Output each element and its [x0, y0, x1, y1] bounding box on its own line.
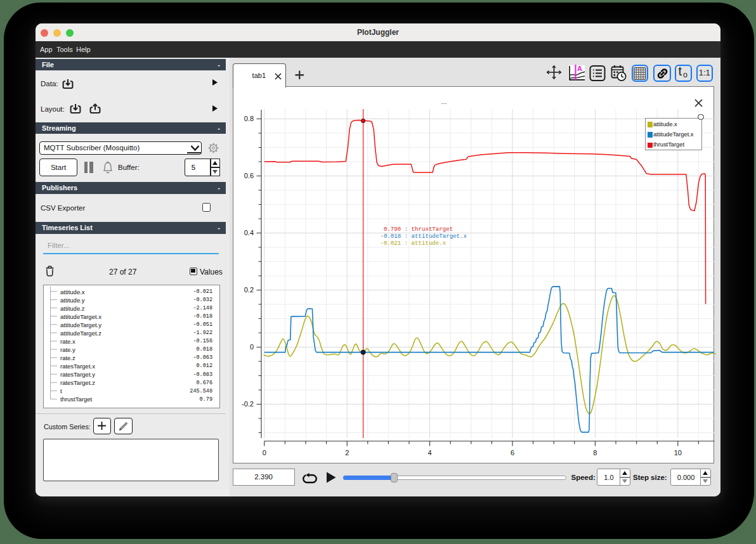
- svg-text:-0.2: -0.2: [242, 400, 254, 408]
- svg-text:10: 10: [674, 448, 682, 456]
- svg-text:2: 2: [345, 448, 349, 456]
- svg-text:A: A: [577, 65, 582, 72]
- svg-text:0.2: 0.2: [244, 286, 254, 294]
- svg-text:0.8: 0.8: [244, 115, 254, 122]
- svg-text:0.6: 0.6: [244, 172, 254, 179]
- svg-text:0: 0: [250, 343, 254, 351]
- svg-text:0.4: 0.4: [244, 229, 254, 236]
- svg-text:8: 8: [593, 448, 597, 456]
- svg-text:6: 6: [511, 448, 514, 456]
- svg-text:0: 0: [263, 448, 266, 456]
- svg-text:4: 4: [428, 448, 432, 456]
